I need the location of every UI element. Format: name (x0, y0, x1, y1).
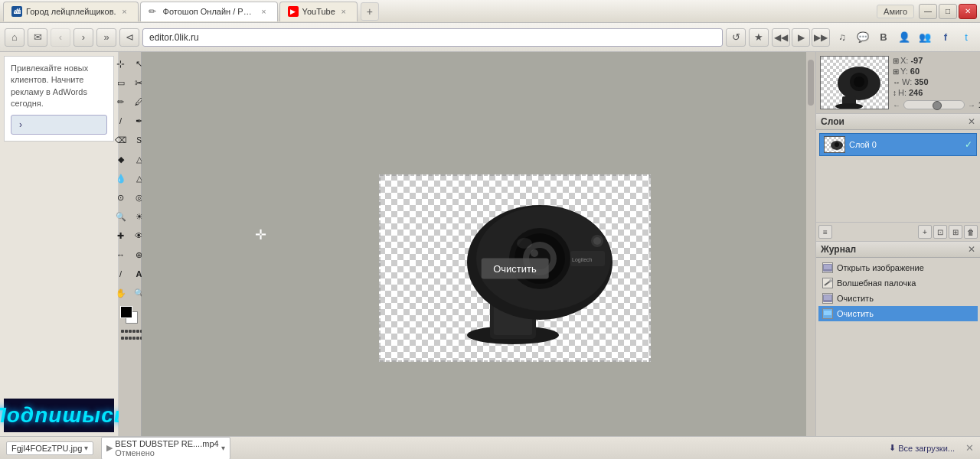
tool-line[interactable]: / (112, 112, 130, 130)
downloads-icon: ⬇ (889, 443, 896, 453)
zoom-slider[interactable] (903, 100, 965, 109)
preview-properties: ⊞ X: -97 ⊞ Y: 60 ↔ W: 350 (893, 56, 980, 109)
tool-zoom[interactable]: ⊙ (112, 188, 130, 207)
address-bar[interactable]: editor.0lik.ru (142, 28, 723, 47)
brush-presets (121, 330, 139, 342)
layers-menu-button[interactable]: ≡ (818, 225, 832, 239)
music-button[interactable]: ♫ (833, 28, 851, 47)
history-item-label-2: Очистить (837, 294, 874, 303)
social-buttons: ♫ 💬 B 👤 👥 f t (833, 28, 975, 47)
canvas-area: ✛ (142, 52, 815, 436)
tool-crosshair[interactable]: ✚ (112, 226, 130, 245)
history-close-button[interactable]: ✕ (968, 244, 975, 255)
ad-button[interactable]: › (11, 115, 107, 135)
chat-button[interactable]: 💬 (854, 28, 872, 47)
tab-photo-close[interactable]: × (259, 6, 270, 17)
forward-end-button[interactable]: » (96, 28, 116, 47)
tool-selection[interactable]: ⊹ (112, 54, 130, 73)
vertical-scrollbar[interactable] (806, 52, 815, 436)
tool-eraser[interactable]: ⌫ (112, 131, 130, 149)
w-icon: ↔ (893, 78, 900, 86)
subscribe-banner: Подпишысь (4, 399, 114, 432)
layer-group-button[interactable]: ⊞ (949, 225, 962, 239)
media-next-button[interactable]: ▶▶ (812, 28, 830, 47)
h-value: 246 (909, 88, 923, 97)
clear-button[interactable]: Очистить (481, 258, 549, 278)
clear-icon-2 (823, 295, 832, 302)
history-item-label-1: Волшебная палочка (837, 278, 916, 288)
new-tab-button[interactable]: + (361, 2, 379, 21)
history-header: Журнал ✕ (816, 242, 980, 258)
tool-transform[interactable]: ↔ (112, 246, 130, 264)
share-button[interactable]: ⊲ (119, 28, 139, 47)
layer-add-button[interactable]: + (918, 225, 932, 239)
history-item-0[interactable]: Открыть изображение (818, 260, 978, 275)
history-list: Открыть изображение Волшебная палочка Оч… (816, 258, 980, 324)
scrollbar-thumb[interactable] (808, 60, 814, 106)
tab-yt-favicon: ▶ (288, 6, 299, 17)
tool-paint-bucket[interactable]: ◆ (112, 150, 130, 168)
dot-2 (125, 330, 128, 333)
maximize-button[interactable]: □ (939, 4, 957, 19)
zoom-left-arrow: ← (893, 101, 900, 109)
tab-yt-label: YouTube (302, 7, 335, 16)
layer-delete-button[interactable]: 🗑 (964, 225, 978, 239)
bookmark-button[interactable]: ★ (749, 28, 769, 47)
back-button[interactable]: ‹ (51, 28, 70, 47)
user-label: Амиго (877, 5, 914, 18)
tool-magnify[interactable]: 🔍 (112, 207, 130, 226)
mail-button[interactable]: ✉ (28, 28, 47, 47)
ad-text: Привлекайте новых клиентов. Начните рекл… (11, 63, 107, 110)
media-prev-button[interactable]: ◀◀ (772, 28, 790, 47)
tool-dropper[interactable]: 💧 (112, 169, 130, 187)
file-selector[interactable]: FgjI4FOEzTPU.jpg ▾ (6, 441, 93, 455)
tab-city[interactable]: 🏙 Город лейцплейщиков. × (3, 2, 139, 21)
person-button[interactable]: 👤 (895, 28, 913, 47)
minimize-button[interactable]: — (919, 4, 937, 19)
history-item-2[interactable]: Очистить (818, 291, 978, 306)
history-item-icon-1 (822, 278, 833, 288)
forward-button[interactable]: › (74, 28, 93, 47)
bold-button[interactable]: B (874, 28, 893, 47)
subscribe-text: Подпишысь (0, 403, 127, 428)
color-swatches[interactable] (120, 306, 140, 326)
tab-city-label: Город лейцплейщиков. (26, 7, 116, 16)
tab-city-close[interactable]: × (119, 6, 130, 17)
tool-rect-select[interactable]: ▭ (112, 73, 130, 92)
zoom-right-arrow: → (968, 101, 975, 109)
layer-item-0[interactable]: Слой 0 ✓ (819, 133, 977, 156)
group-button[interactable]: 👥 (916, 28, 934, 47)
y-prop: ⊞ Y: 60 (893, 67, 980, 76)
refresh-button[interactable]: ↺ (726, 28, 746, 47)
tool-crop[interactable]: / (112, 265, 130, 283)
h-label: H: (898, 88, 906, 97)
close-window-button[interactable]: ✕ (959, 4, 977, 19)
foreground-color-swatch[interactable] (120, 306, 132, 318)
tool-pencil[interactable]: ✏ (112, 93, 130, 111)
tab-yt-close[interactable]: × (338, 6, 349, 17)
twitter-button[interactable]: t (957, 28, 975, 47)
facebook-button[interactable]: f (936, 28, 955, 47)
layer-copy-button[interactable]: ⊡ (933, 225, 947, 239)
tools-panel: ⊹ ↖ ▭ ✂ ✏ 🖊 / ✒ ⌫ S ◆ △ (119, 52, 142, 436)
svg-point-17 (517, 238, 532, 249)
ad-btn-label: › (19, 119, 22, 130)
y-label: Y: (900, 67, 908, 76)
tab-photo[interactable]: ✏ Фотошоп Онлайн / Photos × (140, 2, 278, 21)
layer-visibility-check[interactable]: ✓ (965, 139, 972, 150)
home-button[interactable]: ⌂ (5, 28, 24, 47)
ad-block: Привлекайте новых клиентов. Начните рекл… (4, 56, 114, 142)
tab-youtube[interactable]: ▶ YouTube × (279, 2, 358, 21)
wand-icon (823, 279, 832, 287)
history-item-3[interactable]: Очистить (818, 306, 978, 321)
history-item-1[interactable]: Волшебная палочка (818, 275, 978, 291)
zoom-thumb[interactable] (933, 101, 942, 110)
browser-frame: 🏙 Город лейцплейщиков. × ✏ Фотошоп Онлай… (0, 0, 980, 459)
media-file-selector[interactable]: ▶ BEST DUBSTEP RE....mp4 Отменено ▾ (101, 437, 230, 460)
downloads-button[interactable]: ⬇ Все загрузки... (889, 443, 955, 453)
history-title: Журнал (821, 244, 856, 255)
status-close-button[interactable]: ✕ (965, 442, 974, 454)
layers-close-button[interactable]: ✕ (968, 116, 975, 127)
tool-hand[interactable]: ✋ (112, 284, 130, 302)
media-play-button[interactable]: ▶ (792, 28, 810, 47)
